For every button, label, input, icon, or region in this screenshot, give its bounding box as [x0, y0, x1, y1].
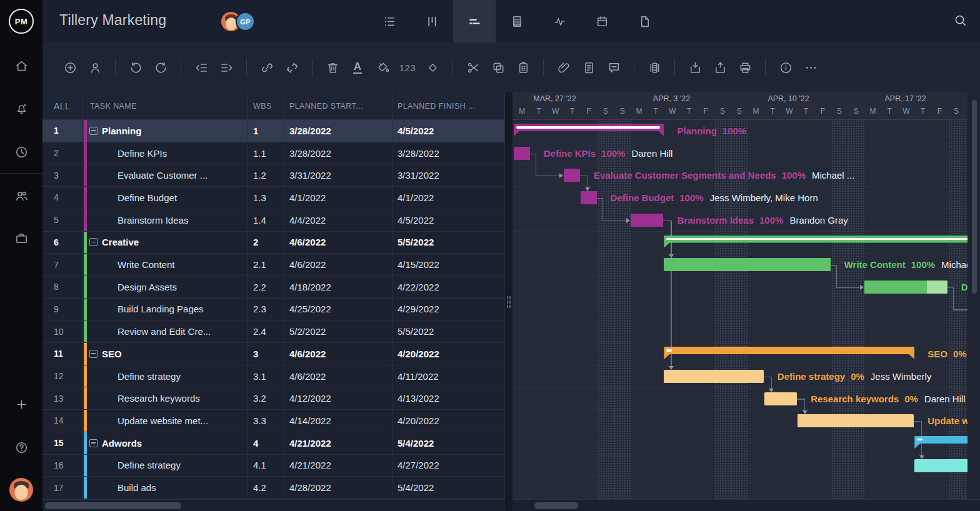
planned-start-cell[interactable]: 4/28/2022 [284, 477, 392, 499]
collapse-icon[interactable] [89, 439, 98, 447]
indent-button[interactable] [214, 55, 239, 80]
task-name-cell[interactable]: Evaluate Customer ... [82, 164, 248, 186]
planned-finish-cell[interactable]: 4/22/2022 [392, 276, 505, 298]
undo-button[interactable] [123, 55, 148, 80]
planned-finish-cell[interactable]: 4/15/2022 [392, 254, 505, 275]
task-name-cell[interactable]: Define strategy [82, 455, 248, 477]
more-button[interactable] [798, 55, 823, 80]
tab-board-view[interactable] [411, 0, 453, 42]
gantt-task-bar[interactable] [764, 392, 797, 405]
info-button[interactable] [773, 55, 798, 80]
gantt-task-bar[interactable] [864, 280, 948, 294]
pane-splitter[interactable] [505, 92, 512, 511]
milestone-button[interactable] [420, 55, 445, 80]
planned-start-cell[interactable]: 4/12/2022 [284, 387, 392, 409]
table-row[interactable]: 17Build ads4.24/28/20225/4/2022 [42, 477, 505, 499]
print-button[interactable] [732, 55, 758, 80]
profile-avatar[interactable] [9, 478, 33, 502]
table-row[interactable]: 8Design Assets2.24/18/20224/22/2022 [42, 276, 505, 299]
table-row[interactable]: 7Write Content2.14/6/20224/15/2022 [42, 254, 505, 276]
planned-start-cell[interactable]: 3/28/2022 [284, 120, 392, 142]
import-button[interactable] [682, 55, 708, 80]
notifications-icon[interactable] [0, 94, 42, 122]
table-row[interactable]: 13Research keywords3.24/12/20224/13/2022 [42, 387, 505, 410]
planned-start-cell[interactable]: 4/6/2022 [284, 254, 392, 275]
gantt-task-bar[interactable] [914, 459, 968, 472]
time-icon[interactable] [0, 138, 42, 166]
planned-start-cell[interactable]: 4/21/2022 [284, 455, 392, 477]
add-task-button[interactable] [58, 55, 82, 80]
table-row[interactable]: 16Define strategy4.14/21/20224/27/2022 [42, 455, 505, 477]
tab-docs-view[interactable] [623, 0, 666, 42]
paste-button[interactable] [511, 55, 536, 80]
gantt-task-bar[interactable] [631, 214, 663, 227]
task-name-cell[interactable]: Adwords [82, 432, 248, 454]
redo-button[interactable] [148, 55, 173, 80]
cut-button[interactable] [461, 55, 486, 80]
planned-finish-cell[interactable]: 4/20/2022 [392, 410, 505, 432]
task-name-cell[interactable]: Update website met... [82, 410, 248, 432]
collapse-icon[interactable] [89, 350, 98, 358]
outdent-button[interactable] [189, 55, 214, 80]
member-avatar-gp[interactable]: GP [236, 12, 255, 31]
planned-finish-cell[interactable]: 4/1/2022 [392, 187, 505, 209]
column-header-task[interactable]: TASK NAME [82, 92, 248, 119]
table-row[interactable]: 9Build Landing Pages2.34/25/20224/29/202… [42, 299, 505, 321]
link-tasks-button[interactable] [254, 55, 279, 80]
planned-finish-cell[interactable]: 4/13/2022 [392, 387, 505, 409]
comment-button[interactable] [601, 55, 626, 80]
task-name-cell[interactable]: Define Budget [82, 187, 248, 209]
gantt-task-bar[interactable] [664, 258, 830, 271]
portfolio-icon[interactable] [0, 224, 42, 252]
copy-button[interactable] [486, 55, 511, 80]
table-row[interactable]: 12Define strategy3.14/6/20224/11/2022 [42, 365, 505, 388]
planned-finish-cell[interactable]: 4/29/2022 [392, 299, 505, 320]
planned-start-cell[interactable]: 4/21/2022 [284, 432, 392, 454]
planned-start-cell[interactable]: 4/6/2022 [284, 232, 392, 254]
planned-finish-cell[interactable]: 4/11/2022 [392, 365, 505, 387]
task-name-cell[interactable]: Design Assets [82, 276, 248, 298]
gantt-hscroll-thumb[interactable] [534, 502, 578, 509]
fill-color-button[interactable] [370, 55, 395, 80]
task-name-cell[interactable]: Define strategy [82, 365, 248, 387]
task-name-cell[interactable]: Creative [82, 232, 248, 254]
column-header-finish[interactable]: PLANNED FINISH ... [392, 92, 505, 119]
member-avatars[interactable]: GP [221, 12, 255, 31]
collapse-icon[interactable] [89, 238, 98, 246]
gantt-task-bar[interactable] [798, 414, 914, 427]
tab-gantt-view[interactable] [453, 0, 496, 42]
gantt-task-bar[interactable] [514, 147, 530, 160]
task-name-cell[interactable]: SEO [82, 343, 248, 365]
planned-finish-cell[interactable]: 3/28/2022 [392, 142, 505, 164]
planned-finish-cell[interactable]: 4/5/2022 [392, 209, 505, 231]
tab-calendar-view[interactable] [581, 0, 623, 42]
attachment-button[interactable] [551, 55, 576, 80]
help-icon[interactable] [0, 434, 42, 461]
task-name-cell[interactable]: Review and Edit Cre... [82, 320, 248, 342]
task-name-cell[interactable]: Define KPIs [82, 142, 248, 164]
home-icon[interactable] [0, 52, 42, 79]
planned-start-cell[interactable]: 3/28/2022 [284, 142, 392, 164]
collapse-icon[interactable] [89, 127, 98, 135]
gantt-task-bar[interactable] [581, 191, 597, 204]
table-row[interactable]: 3Evaluate Customer ...1.23/31/20223/31/2… [42, 164, 505, 187]
columns-button[interactable] [642, 55, 667, 80]
table-row[interactable]: 4Define Budget1.34/1/20224/1/2022 [42, 187, 505, 209]
planned-start-cell[interactable]: 4/14/2022 [284, 410, 392, 432]
planned-start-cell[interactable]: 5/2/2022 [284, 320, 392, 342]
planned-finish-cell[interactable]: 5/4/2022 [392, 432, 505, 454]
planned-start-cell[interactable]: 4/25/2022 [284, 299, 392, 320]
planned-start-cell[interactable]: 4/18/2022 [284, 276, 392, 298]
numbers-button[interactable]: 123 [395, 55, 420, 80]
planned-finish-cell[interactable]: 4/5/2022 [392, 120, 505, 142]
column-header-all[interactable]: ALL [42, 92, 82, 119]
column-header-wbs[interactable]: WBS [248, 92, 284, 119]
notes-button[interactable] [576, 55, 601, 80]
assign-button[interactable] [82, 55, 108, 80]
task-name-cell[interactable]: Brainstorm Ideas [82, 209, 248, 231]
team-icon[interactable] [0, 182, 42, 209]
tab-list-view[interactable] [368, 0, 411, 42]
table-row[interactable]: 1Planning13/28/20224/5/2022 [42, 120, 505, 142]
export-button[interactable] [708, 55, 732, 80]
pm-logo[interactable]: PM [9, 9, 34, 34]
